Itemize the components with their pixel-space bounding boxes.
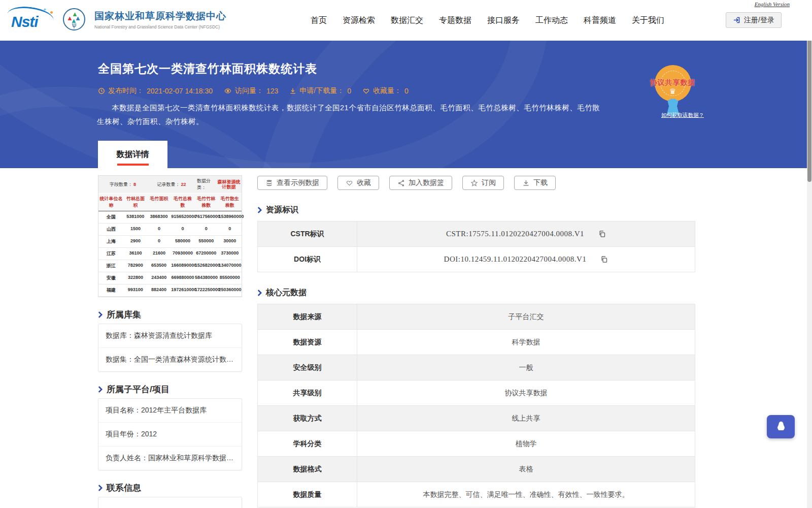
section-title-text: 联系信息 xyxy=(107,482,141,494)
download-count: 申请/下载量：0 xyxy=(289,86,351,96)
col-header: 统计单位名称 xyxy=(98,194,124,211)
table-row: 学科分类 植物学 xyxy=(258,431,695,457)
nsti-logo-text: Nsti xyxy=(11,13,38,30)
subscribe-label: 订阅 xyxy=(482,178,496,187)
copy-icon[interactable] xyxy=(598,230,606,238)
meta-label: 数据来源 xyxy=(258,304,357,329)
project-name: 项目名称：2012年主平台数据库 xyxy=(98,399,242,423)
nav-home[interactable]: 首页 xyxy=(311,15,327,26)
meta-label: 获取方式 xyxy=(258,406,357,431)
site-title-en: National Forestry and Grassland Science … xyxy=(94,24,226,29)
nav-special-data[interactable]: 专题数据 xyxy=(439,15,471,26)
table-row: 上海2900058000055000030000 xyxy=(98,236,242,248)
meta-value: 表格 xyxy=(357,457,695,482)
download-button[interactable]: 下载 xyxy=(514,176,556,190)
chevron-right-icon xyxy=(98,386,103,393)
record-count: 记录数量： 22 xyxy=(147,176,196,193)
favorite-label: 收藏 xyxy=(357,178,371,187)
nfgsdc-emblem-icon: ▲ ▲ ▲ ▲ ѱ xyxy=(63,8,85,30)
visit-count-label: 访问量： xyxy=(235,86,263,96)
site-title: 国家林业和草原科学数据中心 National Forestry and Gras… xyxy=(94,10,226,29)
cstr-value: CSTR:17575.11.0120220427004.0008.V1 xyxy=(446,230,584,238)
section-library-collection: 所属库集 xyxy=(98,309,242,321)
crown-icon: ♛ xyxy=(657,87,689,96)
copy-icon[interactable] xyxy=(600,256,608,263)
share-protocol-badge: ♛ 协议共享数据 xyxy=(649,65,697,102)
nav-resource-search[interactable]: 资源检索 xyxy=(343,15,375,26)
col-header: 竹林总面积 xyxy=(124,194,147,211)
main-content: 查看示例数据 收藏 加入数据篮 订阅 下载 资 xyxy=(257,176,695,507)
meta-label: 安全级别 xyxy=(258,355,357,380)
top-bar: Nsti ✦ ▲ ▲ ▲ ▲ ѱ 国家林业和草原科学数据中心 National … xyxy=(0,0,812,41)
view-sample-data-label: 查看示例数据 xyxy=(277,178,319,187)
badge-text: 协议共享数据 xyxy=(644,78,702,87)
chevron-right-icon xyxy=(257,206,262,214)
meta-value: 线上共享 xyxy=(357,406,695,431)
meta-label: 数据资源 xyxy=(258,330,357,355)
subscribe-button[interactable]: 订阅 xyxy=(462,176,504,190)
contact-organization: 国家林业和草原科学数据中心 xyxy=(98,497,242,508)
page-scrollbar xyxy=(807,0,812,508)
nsti-spark-dot xyxy=(50,11,53,14)
nsti-spark-star: ✦ xyxy=(43,7,47,12)
doi-value-cell: DOI:10.12459.11.0120220427004.0008.V1 xyxy=(357,247,695,272)
meta-label: 共享级别 xyxy=(258,380,357,405)
meta-value: 一般 xyxy=(357,355,695,380)
clock-icon xyxy=(98,87,105,94)
main-nav: 首页 资源检索 数据汇交 专题数据 接口服务 工作动态 科普频道 关于我们 xyxy=(311,0,664,41)
doi-label: DOI标识 xyxy=(258,247,357,272)
chevron-right-icon xyxy=(98,484,103,492)
action-button-row: 查看示例数据 收藏 加入数据篮 订阅 下载 xyxy=(257,176,695,190)
tab-active-indicator xyxy=(117,164,149,166)
section-title-text: 所属子平台/项目 xyxy=(107,384,170,395)
field-count: 字段数量： 8 xyxy=(98,176,147,193)
share-icon xyxy=(397,179,405,187)
tab-data-detail[interactable]: 数据详情 xyxy=(98,141,167,168)
section-title-text: 核心元数据 xyxy=(266,288,307,298)
nav-about-us[interactable]: 关于我们 xyxy=(632,15,664,26)
preview-header-row: 统计单位名称 竹林总面积 毛竹面积 毛竹总株数 毛竹竹林株数 毛竹散生株数 xyxy=(98,194,242,211)
database-icon xyxy=(265,179,273,187)
heart-icon xyxy=(362,87,370,94)
library-card: 数据库：森林资源清查统计数据库 数据集：全国一类清查森林资源统计数… xyxy=(98,324,242,372)
add-to-basket-button[interactable]: 加入数据篮 xyxy=(389,176,452,190)
download-count-label: 申请/下载量： xyxy=(299,86,344,96)
col-header: 毛竹竹林株数 xyxy=(194,194,218,211)
nav-work-news[interactable]: 工作动态 xyxy=(535,15,568,26)
eye-icon xyxy=(224,87,232,94)
core-metadata-table: 数据来源 子平台汇交 数据资源 科学数据 安全级别 一般 共享级别 协议共享数据… xyxy=(257,304,695,507)
col-header: 毛竹散生株数 xyxy=(218,194,242,211)
favorite-count-label: 收藏量： xyxy=(373,86,401,96)
table-row: DOI标识 DOI:10.12459.11.0120220427004.0008… xyxy=(258,247,695,272)
table-row: 共享级别 协议共享数据 xyxy=(258,380,695,406)
nav-api-service[interactable]: 接口服务 xyxy=(487,15,520,26)
left-sidebar: 字段数量： 8 记录数量： 22 数据分类： 森林资源统计数据 统计单位名称 竹… xyxy=(98,175,242,508)
publish-time-label: 发布时间： xyxy=(108,86,144,96)
english-version-link[interactable]: English Version xyxy=(755,1,790,7)
project-card: 项目名称：2012年主平台数据库 项目年份：2012 负责人姓名：国家林业和草原… xyxy=(98,398,242,470)
qq-contact-button[interactable] xyxy=(767,415,795,438)
meta-label: 数据质量 xyxy=(258,482,357,507)
nav-science-channel[interactable]: 科普频道 xyxy=(584,15,616,26)
view-sample-data-button[interactable]: 查看示例数据 xyxy=(257,176,327,190)
section-contact-info: 联系信息 xyxy=(98,482,242,494)
download-icon xyxy=(289,87,296,94)
how-to-get-data-link[interactable]: 如何获取该数据？ xyxy=(661,112,704,119)
table-row: 数据资源 科学数据 xyxy=(258,330,695,355)
table-row: 福建99310088240019726100001722250000250360… xyxy=(98,284,242,297)
table-row: 浙江78290065350016608900001526820000134070… xyxy=(98,260,242,272)
cstr-label: CSTR标识 xyxy=(258,221,357,246)
tree-trunk-icon: ѱ xyxy=(70,22,78,28)
doi-value: DOI:10.12459.11.0120220427004.0008.V1 xyxy=(444,255,587,264)
col-header: 毛竹总株数 xyxy=(171,194,194,211)
data-category: 数据分类： 森林资源统计数据 xyxy=(196,176,242,193)
visit-count: 访问量：123 xyxy=(224,86,278,96)
chevron-right-icon xyxy=(98,311,103,319)
nsti-logo: Nsti ✦ xyxy=(8,6,54,33)
site-title-cn: 国家林业和草原科学数据中心 xyxy=(94,10,226,23)
login-register-button[interactable]: 注册/登录 xyxy=(726,12,782,28)
favorite-button[interactable]: 收藏 xyxy=(337,176,379,190)
nav-data-submission[interactable]: 数据汇交 xyxy=(391,15,423,26)
project-year: 项目年份：2012 xyxy=(98,423,242,447)
table-row: 数据质量 本数据完整、可信、满足唯一性、准确性、有效性、一致性要求。 xyxy=(258,482,695,507)
